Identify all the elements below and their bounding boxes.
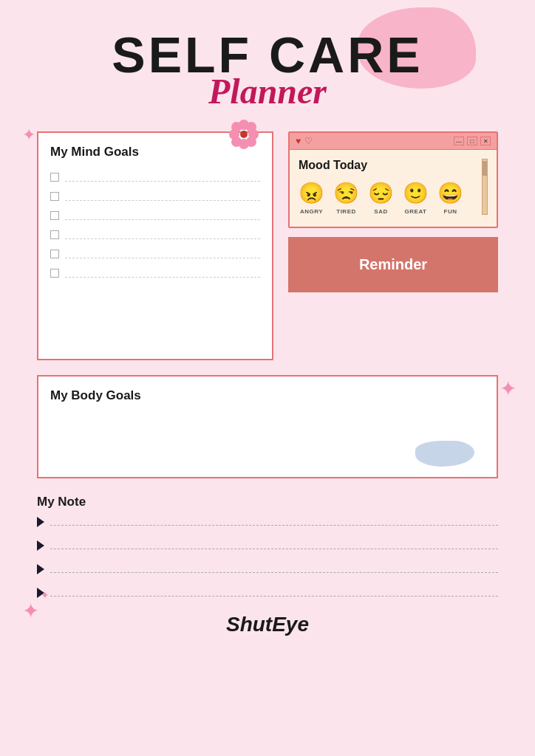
mood-window-titlebar: ♥ ♡ — □ ✕ xyxy=(290,133,497,150)
fun-label: FUN xyxy=(444,208,457,215)
close-button[interactable]: ✕ xyxy=(480,137,491,145)
mind-goal-item-2[interactable] xyxy=(50,189,260,207)
footer: ShutEye xyxy=(37,613,498,636)
note-section: My Note xyxy=(37,495,498,598)
checkbox-2[interactable] xyxy=(50,192,59,201)
mood-scrollbar xyxy=(482,159,488,215)
minimize-button[interactable]: — xyxy=(454,137,464,145)
tired-label: TIRED xyxy=(336,208,356,215)
great-face-icon: 🙂 xyxy=(403,181,429,205)
body-goals-box: My Body Goals xyxy=(37,375,498,478)
blob-blue-decoration xyxy=(415,441,474,467)
note-title: My Note xyxy=(37,495,498,509)
main-row: My Mind Goals xyxy=(37,131,498,360)
heart-outline-icon: ♡ xyxy=(304,136,313,146)
header: SELF CARE Planner xyxy=(37,30,498,109)
fun-face-icon: 😄 xyxy=(437,181,463,205)
checkbox-3[interactable] xyxy=(50,211,59,220)
great-label: GREAT xyxy=(405,208,427,215)
mind-goal-item-4[interactable] xyxy=(50,227,260,245)
checkbox-1[interactable] xyxy=(50,173,59,182)
mood-tired[interactable]: 😒 TIRED xyxy=(333,181,359,215)
sad-face-icon: 😔 xyxy=(368,181,394,205)
note-dashes-2 xyxy=(50,542,498,549)
mind-goals-list xyxy=(50,170,260,284)
note-dashes-4 xyxy=(50,589,498,597)
reminder-title: Reminder xyxy=(359,256,427,273)
checkbox-5[interactable] xyxy=(50,250,59,258)
title-planner: Planner xyxy=(37,74,498,109)
page: ✦ ✦ ✦ ✦ ✦ ✦ SELF CARE Planner xyxy=(0,0,535,756)
note-line-3 xyxy=(37,564,498,574)
angry-label: ANGRY xyxy=(300,208,323,215)
mood-window: ♥ ♡ — □ ✕ Mood Today 😠 xyxy=(288,131,498,228)
brand-name: ShutEye xyxy=(226,613,309,636)
mind-goal-item-3[interactable] xyxy=(50,208,260,226)
sparkle-icon-1: ✦ xyxy=(22,126,35,145)
note-line-4 xyxy=(37,588,498,598)
titlebar-left: ♥ ♡ xyxy=(296,136,313,146)
mood-angry[interactable]: 😠 ANGRY xyxy=(299,181,324,215)
note-line-1 xyxy=(37,517,498,527)
body-goals-title: My Body Goals xyxy=(50,388,485,403)
mind-goal-item-6[interactable] xyxy=(50,266,260,284)
mood-faces: 😠 ANGRY 😒 TIRED 😔 SAD xyxy=(299,181,476,215)
note-bullet-3 xyxy=(37,564,44,574)
mood-window-inner: Mood Today 😠 ANGRY 😒 TIRED 😔 xyxy=(299,159,476,215)
mood-window-content: Mood Today 😠 ANGRY 😒 TIRED 😔 xyxy=(290,150,497,227)
scrollbar-thumb xyxy=(483,161,487,176)
note-line-2 xyxy=(37,540,498,551)
mind-goal-item-1[interactable] xyxy=(50,170,260,188)
checkbox-6[interactable] xyxy=(50,269,59,278)
flower-decoration xyxy=(229,120,259,149)
note-bullet-2 xyxy=(37,540,44,551)
note-dashes-3 xyxy=(50,566,498,573)
tired-face-icon: 😒 xyxy=(333,181,359,205)
mood-great[interactable]: 🙂 GREAT xyxy=(403,181,429,215)
mind-goal-item-5[interactable] xyxy=(50,247,260,264)
mood-sad[interactable]: 😔 SAD xyxy=(368,181,394,215)
mood-today-title: Mood Today xyxy=(299,159,476,172)
maximize-button[interactable]: □ xyxy=(467,137,477,145)
right-column: ♥ ♡ — □ ✕ Mood Today 😠 xyxy=(288,131,498,360)
note-bullet-4 xyxy=(37,588,44,598)
heart-icon: ♥ xyxy=(296,136,301,146)
checkbox-4[interactable] xyxy=(50,230,59,239)
note-dashes-1 xyxy=(50,518,498,526)
angry-face-icon: 😠 xyxy=(299,181,324,205)
mind-goals-box: My Mind Goals xyxy=(37,131,273,360)
sparkle-icon-3: ✦ xyxy=(500,377,517,401)
reminder-box[interactable]: Reminder xyxy=(288,237,498,292)
sad-label: SAD xyxy=(374,208,387,215)
titlebar-controls: — □ ✕ xyxy=(454,137,491,145)
note-bullet-1 xyxy=(37,517,44,527)
mood-fun[interactable]: 😄 FUN xyxy=(437,181,463,215)
